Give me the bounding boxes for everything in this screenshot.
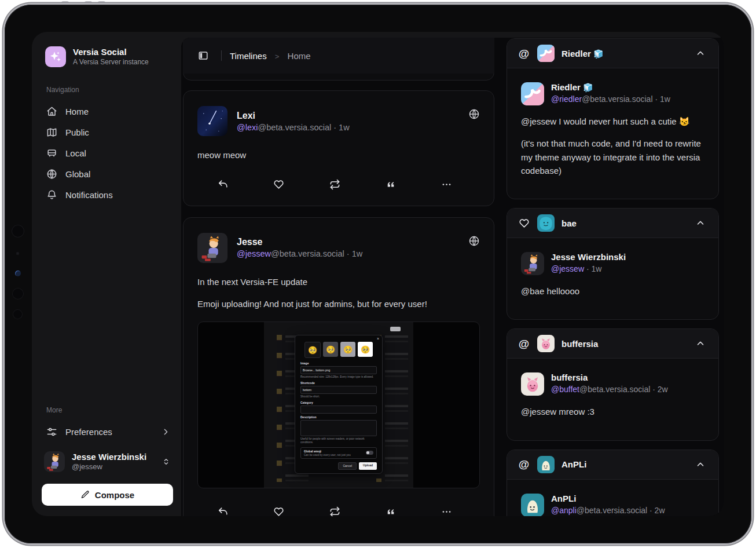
post-content: In the next Versia-FE update [197, 276, 480, 288]
handle-meta: @beta.versia.social · 1w [258, 123, 349, 132]
notification-title: AnPLi [562, 459, 586, 469]
post-actions [197, 177, 480, 193]
sidebar-item-notifications[interactable]: Notifications [45, 184, 172, 205]
timeline-header: Timelines > Home [183, 38, 494, 74]
handle-mention: @anpli [551, 506, 577, 515]
collapse-button[interactable] [691, 213, 710, 233]
notification-header: @ AnPLi [507, 450, 718, 480]
close-icon: × [377, 337, 379, 341]
post-actions [197, 503, 480, 516]
collapse-button[interactable] [691, 455, 710, 474]
avatar[interactable] [521, 372, 544, 396]
chevron-up-icon [695, 48, 706, 59]
notification-header: @ buffersia [507, 329, 718, 359]
dimmed-upload-button [390, 327, 401, 331]
app-subtitle: A Versia Server instance [73, 58, 149, 67]
divider [221, 50, 222, 61]
avatar[interactable] [197, 106, 227, 136]
chevron-up-icon [695, 218, 706, 228]
avatar[interactable] [521, 82, 544, 105]
post-author-handle[interactable]: @lexi@beta.versia.social · 1w [237, 123, 350, 132]
global-emoji-help: Can be used by every user, not just you [304, 454, 364, 456]
notification-content: @jessew I would never hurt such a cutie … [521, 115, 704, 128]
chevrons-up-down-icon [162, 457, 171, 466]
boost-button[interactable] [324, 177, 345, 193]
emoji-preview-row: 🥺 🥺 🥺 🥺 [300, 342, 377, 358]
notification-user-name[interactable]: buffersia [551, 372, 668, 383]
notification-user-handle[interactable]: @anpli@beta.versia.social · 2w [551, 506, 665, 515]
bus-icon [46, 148, 57, 159]
tablet-frame: Versia Social A Versia Server instance N… [5, 5, 751, 543]
compose-button[interactable]: Compose [42, 484, 173, 506]
description-field-label: Description [300, 415, 377, 419]
quote-button[interactable] [380, 177, 401, 193]
visibility-globe-icon [468, 235, 480, 263]
app-brand[interactable]: Versia Social A Versia Server instance [45, 46, 172, 67]
mention-icon: @ [518, 48, 530, 59]
mention-icon: @ [518, 338, 530, 349]
home-icon [46, 106, 57, 117]
notification-bae: bae Jesse Wierzbinski @ [507, 208, 719, 320]
bell-icon [46, 189, 57, 200]
avatar [537, 214, 555, 232]
handle-meta: @beta.versia.social · 1w [582, 94, 670, 104]
more-button[interactable] [436, 503, 457, 516]
post-author-name[interactable]: Jesse [237, 237, 362, 247]
emoji-upload-modal: × 🥺 🥺 🥺 🥺 Image Browse... [295, 335, 383, 474]
post-media-attachment[interactable]: × 🥺 🥺 🥺 🥺 Image Browse... [197, 322, 480, 488]
breadcrumb-separator: > [275, 52, 280, 61]
reply-button[interactable] [212, 503, 233, 516]
account-switcher[interactable]: Jesse Wierzbinski @jessew [42, 451, 173, 472]
more-button[interactable] [436, 177, 457, 193]
more-heading: More [46, 406, 173, 414]
sensor-dot [12, 225, 24, 238]
notification-title: buffersia [562, 339, 598, 349]
sidebar-item-public[interactable]: Public [45, 122, 172, 143]
notification-user-name[interactable]: Riedler 🧊 [551, 82, 670, 93]
collapse-button[interactable] [691, 334, 710, 353]
notification-title: Riedler 🧊 [562, 49, 604, 59]
notification-user-handle[interactable]: @jessew · 1w [551, 264, 626, 273]
avatar[interactable] [197, 233, 227, 263]
notification-user-name[interactable]: Jesse Wierzbinski [551, 252, 626, 262]
like-button[interactable] [269, 177, 289, 193]
breadcrumb-timelines[interactable]: Timelines [230, 51, 267, 61]
notification-content: @jessew mreow :3 [521, 405, 704, 418]
chevron-up-icon [695, 338, 706, 349]
shortcode-input: bottom [300, 386, 377, 394]
handle-mention: @riedler [551, 94, 582, 104]
avatar[interactable] [521, 494, 544, 517]
boost-button[interactable] [324, 503, 345, 516]
compose-label: Compose [95, 490, 134, 500]
post-author-handle[interactable]: @jessew@beta.versia.social · 1w [237, 249, 362, 258]
sidebar-item-label: Home [65, 107, 89, 116]
notification-user-name[interactable]: AnPLi [551, 494, 665, 504]
cube-emoji: 🧊 [593, 49, 603, 59]
handle-meta: · 1w [584, 264, 601, 273]
sidebar-item-home[interactable]: Home [45, 101, 172, 122]
avatar [537, 45, 555, 62]
map-icon [46, 127, 57, 138]
notification-user-handle[interactable]: @buffet@beta.versia.social · 2w [551, 385, 668, 394]
like-button[interactable] [269, 503, 289, 516]
sidebar-item-label: Notifications [65, 190, 113, 200]
quote-button[interactable] [380, 503, 401, 516]
post-lexi: Lexi @lexi@beta.versia.social · 1w meow … [183, 90, 494, 206]
reply-button[interactable] [212, 177, 233, 193]
post-author-name[interactable]: Lexi [237, 111, 350, 121]
sidebar-item-preferences[interactable]: Preferences [42, 421, 173, 442]
tablet-device: Versia Social A Versia Server instance N… [0, 0, 756, 548]
sidebar-item-global[interactable]: Global [45, 163, 172, 184]
front-camera [15, 271, 21, 276]
notification-riedler: @ Riedler 🧊 [507, 38, 719, 199]
breadcrumb-home[interactable]: Home [288, 51, 311, 61]
handle-mention: @jessew [237, 249, 271, 258]
image-field-label: Image [300, 361, 377, 365]
sidebar-item-local[interactable]: Local [45, 143, 172, 163]
sidebar-toggle-button[interactable] [193, 46, 213, 65]
collapse-button[interactable] [691, 43, 710, 63]
notification-user-handle[interactable]: @riedler@beta.versia.social · 1w [551, 94, 670, 104]
chevron-up-icon [695, 459, 706, 470]
avatar[interactable] [521, 252, 544, 275]
timeline-scroll-area[interactable]: Lexi @lexi@beta.versia.social · 1w meow … [183, 38, 494, 516]
